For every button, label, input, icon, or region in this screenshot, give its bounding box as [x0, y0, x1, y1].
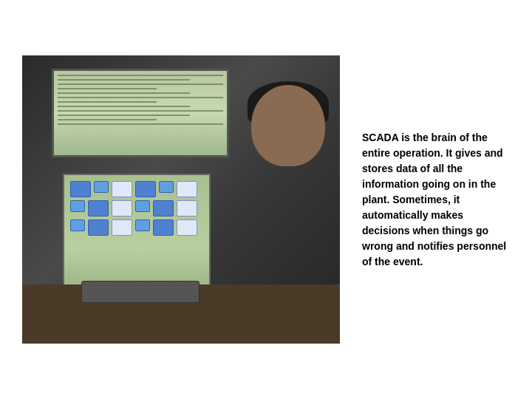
slide-container: SCADA is the brain of the entire operati…	[0, 0, 532, 399]
photo	[22, 55, 340, 344]
image-section	[22, 55, 340, 344]
keyboard	[81, 281, 200, 303]
text-section: SCADA is the brain of the entire operati…	[362, 123, 510, 277]
person-head	[251, 85, 325, 166]
scada-description: SCADA is the brain of the entire operati…	[362, 130, 510, 270]
monitor-top	[52, 69, 229, 157]
